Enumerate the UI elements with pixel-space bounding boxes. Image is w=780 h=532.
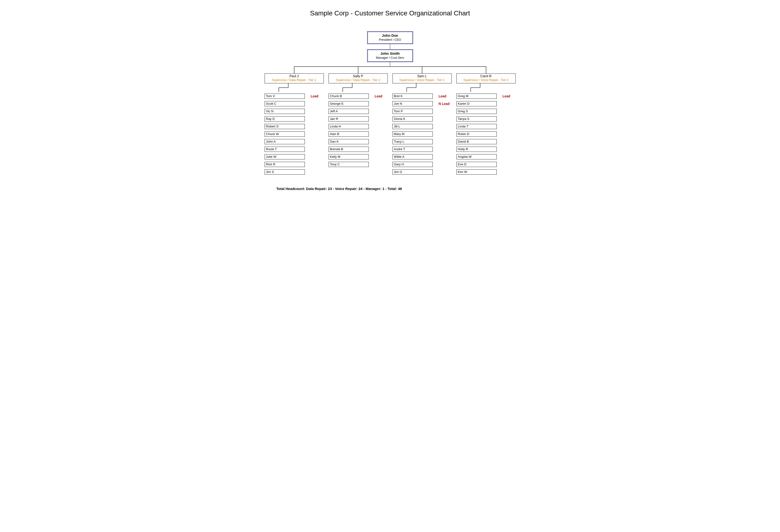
supervisor-connector-icon [264, 83, 324, 93]
supervisor-name: Carol R [457, 75, 515, 78]
supervisor-role: Supervisor / Voice Repair - Tier 2 [457, 79, 515, 82]
member-row: David B [456, 139, 516, 144]
member-row: Robin D [456, 132, 516, 136]
member-box: Vic N [264, 109, 305, 114]
member-box: Bret K [392, 94, 433, 99]
member-list: Tom VLeadScott CVic NRay DRobert SChuck … [264, 93, 324, 177]
member-row: Gary H [392, 162, 452, 167]
member-box: Andre T [392, 147, 433, 152]
supervisor-role: Supervisor / Voice Repair - Tier 1 [394, 79, 450, 82]
member-tag: Lead [311, 94, 319, 98]
member-box: Jill L [392, 124, 433, 129]
exec-box-manager: John Smith Manager / Cust Serv [367, 49, 413, 62]
member-list: Chuck BLeadGeorge EJeff AJan RLinda HAla… [329, 93, 388, 170]
member-box: Chuck W [264, 132, 305, 137]
member-row: Kim W [456, 170, 516, 174]
member-box: Tom P [392, 109, 433, 114]
member-row: Chuck W [264, 132, 324, 136]
member-box: Julie W [264, 154, 305, 159]
member-box: George E [329, 101, 369, 106]
supervisor-connector-icon [329, 83, 388, 93]
member-tag: Lead [503, 94, 510, 98]
member-box: Jeff A [329, 109, 369, 114]
member-row: Gloria K [392, 116, 452, 121]
member-row: Holly R [456, 147, 516, 152]
member-row: Angela W [456, 154, 516, 159]
member-box: Angela W [456, 154, 497, 159]
member-box: Scott C [264, 101, 305, 106]
member-row: Julie W [264, 154, 324, 159]
member-row: Vic N [264, 109, 324, 114]
member-box: Jan R [329, 116, 369, 122]
member-row: Linda T [456, 124, 516, 129]
member-row: Greg MLead [456, 94, 516, 99]
supervisor-column: Paul JSupervisor / Data Repair - Tier 1T… [262, 74, 326, 177]
member-box: Gloria K [392, 116, 433, 122]
member-row: Scott C [264, 101, 324, 106]
exec-role: Manager / Cust Serv [369, 56, 411, 59]
member-row: Jill L [392, 124, 452, 129]
member-box: Dan K [329, 139, 369, 144]
member-row: George E [329, 101, 388, 106]
member-box: Linda H [329, 124, 369, 129]
supervisor-box: Sam LSupervisor / Voice Repair - Tier 1 [392, 74, 452, 83]
member-row: John A [264, 139, 324, 144]
member-box: Gary H [392, 162, 433, 167]
supervisor-columns: Paul JSupervisor / Data Repair - Tier 1T… [262, 74, 518, 177]
supervisor-name: Paul J [266, 75, 323, 78]
member-list: Greg MLeadKaren DGreg STanya SLinda TRob… [456, 93, 516, 177]
member-row: Rosie T [264, 147, 324, 152]
member-box: Karen D [456, 101, 497, 106]
member-box: Greg M [456, 94, 497, 99]
supervisor-name: Sam L [394, 75, 450, 78]
member-box: Eve D [456, 162, 497, 167]
member-row: Willie A [392, 154, 452, 159]
supervisor-name: Sally P [330, 75, 387, 78]
member-row: Andre T [392, 147, 452, 152]
member-row: Tanya S [456, 116, 516, 121]
supervisor-role: Supervisor / Data Repair - Tier 1 [266, 79, 323, 82]
member-tag: N Lead [439, 102, 450, 106]
member-row: Dan K [329, 139, 388, 144]
member-box: Alan B [329, 132, 369, 137]
member-row: Rick R [264, 162, 324, 167]
member-box: Joe N [392, 101, 433, 106]
member-row: Eve D [456, 162, 516, 167]
member-row: Chuck BLead [329, 94, 388, 99]
member-box: Tom V [264, 94, 305, 99]
member-row: Robert S [264, 124, 324, 129]
member-box: Kelly M [329, 154, 369, 159]
member-box: Jim G [392, 170, 433, 175]
member-box: Tanya S [456, 116, 497, 122]
branch-connector-icon [262, 66, 518, 74]
exec-name: John Doe [369, 34, 411, 38]
member-row: Jeff A [329, 109, 388, 114]
supervisor-column: Sam LSupervisor / Voice Repair - Tier 1B… [390, 74, 454, 177]
supervisor-box: Paul JSupervisor / Data Repair - Tier 1 [264, 74, 324, 83]
member-row: Greg S [456, 109, 516, 114]
member-box: Willie A [392, 154, 433, 159]
member-box: Holly R [456, 147, 497, 152]
member-row: Ray D [264, 116, 324, 121]
member-row: Tony C [329, 162, 388, 167]
member-row: Tom P [392, 109, 452, 114]
member-box: David B [456, 139, 497, 144]
member-box: Kim W [456, 170, 497, 175]
member-row: Brenda B [329, 147, 388, 152]
member-row: Joe NN Lead [392, 101, 452, 106]
member-box: Tracy L [392, 139, 433, 144]
member-box: Ray D [264, 116, 305, 122]
member-box: Robin D [456, 132, 497, 137]
supervisor-connector-icon [392, 83, 452, 93]
exec-name: John Smith [369, 51, 411, 55]
member-row: Kelly M [329, 154, 388, 159]
member-box: Rick R [264, 162, 305, 167]
org-chart-page: Sample Corp - Customer Service Organizat… [236, 0, 544, 205]
member-box: Rosie T [264, 147, 305, 152]
member-box: Tony C [329, 162, 369, 167]
member-row: Linda H [329, 124, 388, 129]
member-box: Mary M [392, 132, 433, 137]
member-row: Alan B [329, 132, 388, 136]
supervisor-connector-icon [456, 83, 516, 93]
member-list: Bret KLeadJoe NN LeadTom PGloria KJill L… [392, 93, 452, 177]
